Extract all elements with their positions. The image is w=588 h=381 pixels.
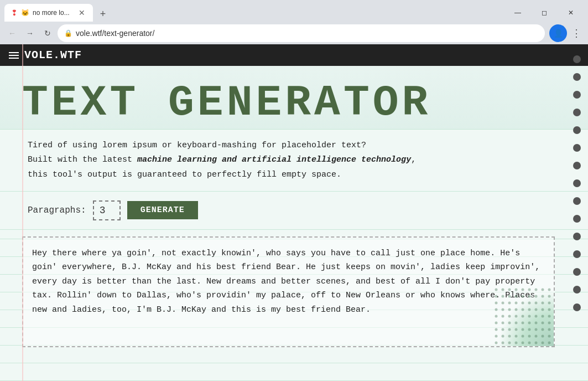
spiral-hole bbox=[573, 126, 581, 134]
lock-icon: 🔒 bbox=[64, 29, 72, 37]
description-text3: this tool's output is guaranteed to perf… bbox=[28, 170, 341, 179]
spiral-hole bbox=[573, 179, 581, 187]
spiral-hole bbox=[573, 197, 581, 205]
site-header: VOLE.WTF bbox=[0, 44, 588, 66]
generate-button[interactable]: GENERATE bbox=[127, 201, 198, 219]
reload-button[interactable]: ↻ bbox=[40, 25, 55, 41]
spiral-hole bbox=[573, 73, 581, 81]
back-button[interactable]: ← bbox=[4, 25, 20, 41]
description-section: Tired of using lorem ipsum or keyboard-m… bbox=[0, 129, 588, 192]
page-content: VOLE.WTF TEXT GENERATOR Tired of using l… bbox=[0, 44, 588, 381]
output-text: Hey there where ya goin', not exactly kn… bbox=[32, 246, 545, 317]
forward-button[interactable]: → bbox=[22, 25, 38, 41]
spiral-hole bbox=[573, 303, 581, 311]
site-logo[interactable]: VOLE.WTF bbox=[24, 49, 82, 61]
notebook: VOLE.WTF TEXT GENERATOR Tired of using l… bbox=[0, 44, 588, 381]
spiral-hole bbox=[573, 109, 581, 116]
tab-strip: ❢ 🐱 no more lo... ✕ + bbox=[4, 4, 501, 22]
hamburger-menu[interactable] bbox=[9, 52, 19, 59]
description-para: Tired of using lorem ipsum or keyboard-m… bbox=[28, 138, 560, 182]
tab-favicon: ❢ bbox=[11, 8, 18, 17]
spiral-hole bbox=[573, 162, 581, 169]
close-button[interactable]: ✕ bbox=[558, 5, 584, 20]
spiral-hole bbox=[573, 268, 581, 276]
controls-section: Paragraphs: GENERATE bbox=[0, 192, 588, 230]
hamburger-line bbox=[9, 58, 19, 59]
nav-bar: ← → ↻ 🔒 vole.wtf/text-generator/ 👤 ⋮ bbox=[0, 22, 588, 44]
url-display: vole.wtf/text-generator/ bbox=[76, 29, 538, 38]
spiral-hole bbox=[573, 91, 581, 99]
profile-button[interactable]: 👤 bbox=[549, 24, 567, 42]
spiral-hole bbox=[573, 286, 581, 294]
page-title: TEXT GENERATOR bbox=[22, 83, 566, 123]
restore-button[interactable]: ◻ bbox=[532, 5, 557, 20]
spiral-hole bbox=[573, 250, 581, 258]
paragraphs-input[interactable] bbox=[93, 200, 121, 220]
window-controls: — ◻ ✕ bbox=[505, 5, 584, 20]
active-tab[interactable]: ❢ 🐱 no more lo... ✕ bbox=[4, 4, 93, 22]
description-text2: Built with the latest bbox=[28, 155, 132, 164]
address-bar[interactable]: 🔒 vole.wtf/text-generator/ bbox=[58, 24, 545, 42]
description-text1: Tired of using lorem ipsum or keyboard-m… bbox=[28, 141, 366, 150]
main-title-area: TEXT GENERATOR bbox=[0, 66, 588, 129]
new-tab-button[interactable]: + bbox=[95, 6, 111, 22]
spiral-hole bbox=[573, 144, 581, 152]
description-italic: machine learning and artificial intellig… bbox=[137, 155, 411, 164]
spiral-hole bbox=[573, 55, 581, 63]
browser-menu-button[interactable]: ⋮ bbox=[569, 25, 584, 42]
paragraphs-label: Paragraphs: bbox=[28, 205, 86, 215]
tab-close-button[interactable]: ✕ bbox=[77, 8, 86, 17]
minimize-button[interactable]: — bbox=[505, 5, 530, 20]
tab-title: no more lo... bbox=[33, 9, 74, 17]
tab-favicon2: 🐱 bbox=[21, 9, 29, 17]
hamburger-line bbox=[9, 55, 19, 56]
spiral-hole bbox=[573, 233, 581, 240]
spiral-holes bbox=[571, 44, 582, 381]
spiral-hole bbox=[573, 215, 581, 223]
margin-line bbox=[22, 44, 23, 381]
hamburger-line bbox=[9, 52, 19, 53]
browser-chrome: ❢ 🐱 no more lo... ✕ + — ◻ ✕ ← → ↻ 🔒 vole… bbox=[0, 0, 588, 44]
description-comma: , bbox=[411, 155, 416, 164]
profile-icon: 👤 bbox=[554, 29, 563, 38]
output-area: Hey there where ya goin', not exactly kn… bbox=[22, 236, 555, 347]
title-bar: ❢ 🐱 no more lo... ✕ + — ◻ ✕ bbox=[0, 0, 588, 22]
